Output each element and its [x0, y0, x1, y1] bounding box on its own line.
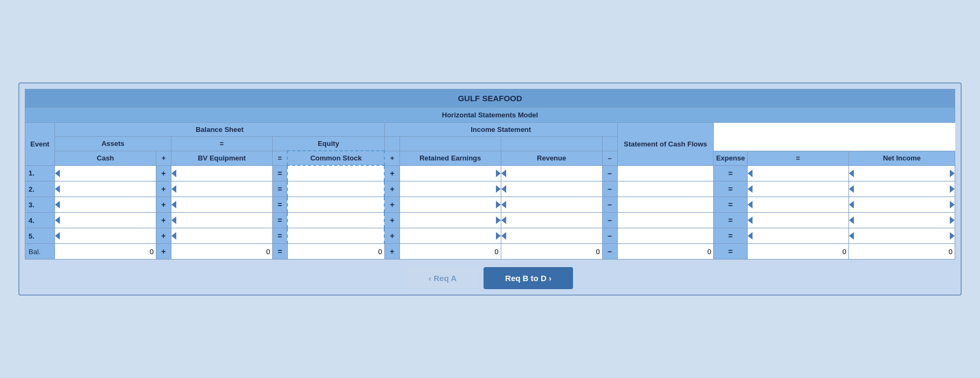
data-cell[interactable] [399, 228, 501, 244]
data-cell[interactable] [287, 228, 384, 244]
cell-input[interactable] [176, 213, 272, 228]
data-cell[interactable] [399, 197, 501, 213]
data-cell[interactable] [287, 213, 384, 228]
cell-input[interactable] [400, 166, 496, 181]
req-b-to-d-button[interactable]: Req B to D › [484, 267, 573, 289]
cell-input[interactable] [288, 213, 384, 228]
data-cell[interactable] [617, 244, 714, 260]
data-cell[interactable] [501, 181, 602, 197]
data-cell[interactable] [848, 228, 955, 244]
data-cell[interactable] [55, 197, 156, 213]
data-cell[interactable] [399, 181, 501, 197]
cell-input[interactable] [176, 228, 272, 243]
data-cell[interactable] [848, 181, 955, 197]
data-cell[interactable] [171, 228, 272, 244]
data-cell[interactable] [617, 165, 714, 181]
data-cell[interactable] [55, 213, 156, 228]
data-cell[interactable] [501, 244, 602, 260]
cell-input[interactable] [618, 228, 714, 243]
cell-input[interactable] [60, 228, 156, 243]
cell-input[interactable] [400, 244, 501, 259]
cell-input[interactable] [55, 244, 156, 259]
req-a-button[interactable]: ‹ Req A [407, 267, 478, 289]
data-cell[interactable] [617, 181, 714, 197]
cell-input[interactable] [176, 166, 272, 181]
equals-col-header: = [272, 151, 287, 165]
data-cell[interactable] [287, 244, 384, 260]
cell-input[interactable] [506, 181, 602, 197]
cell-input[interactable] [618, 213, 714, 228]
cell-input[interactable] [501, 244, 602, 259]
cell-input[interactable] [400, 228, 496, 243]
data-cell[interactable] [55, 228, 156, 244]
data-cell[interactable] [171, 165, 272, 181]
data-cell[interactable] [171, 197, 272, 213]
cell-input[interactable] [506, 228, 602, 243]
data-cell[interactable] [848, 197, 955, 213]
data-cell[interactable] [171, 181, 272, 197]
left-arrow-icon [55, 170, 60, 177]
data-cell[interactable] [287, 165, 384, 181]
cell-input[interactable] [288, 244, 384, 259]
cell-input[interactable] [618, 244, 714, 259]
data-cell[interactable] [399, 213, 501, 228]
cell-input[interactable] [288, 197, 384, 212]
cell-input[interactable] [506, 166, 602, 181]
data-cell[interactable] [501, 165, 602, 181]
cell-input[interactable] [400, 181, 496, 197]
cell-input[interactable] [400, 213, 496, 228]
cell-input[interactable] [60, 181, 156, 197]
cell-input[interactable] [288, 228, 384, 243]
cell-input[interactable] [60, 197, 156, 212]
cell-input[interactable] [753, 213, 848, 228]
data-cell[interactable] [617, 228, 714, 244]
cell-input[interactable] [854, 181, 950, 197]
data-cell[interactable] [747, 244, 848, 260]
cell-input[interactable] [618, 197, 714, 212]
data-cell[interactable] [287, 181, 384, 197]
data-cell[interactable] [501, 197, 602, 213]
data-cell[interactable] [747, 165, 848, 181]
data-cell[interactable] [848, 213, 955, 228]
data-cell[interactable] [501, 213, 602, 228]
cell-input[interactable] [506, 197, 602, 212]
cell-input[interactable] [854, 228, 950, 243]
cell-input[interactable] [753, 228, 848, 243]
data-cell[interactable] [747, 228, 848, 244]
data-cell[interactable] [287, 197, 384, 213]
cell-input[interactable] [849, 244, 955, 259]
cell-input[interactable] [753, 166, 848, 181]
cell-input[interactable] [60, 166, 156, 181]
data-cell[interactable] [617, 197, 714, 213]
data-cell[interactable] [848, 165, 955, 181]
cell-input[interactable] [854, 197, 950, 212]
data-cell[interactable] [617, 213, 714, 228]
cell-input[interactable] [176, 181, 272, 197]
data-cell[interactable] [171, 213, 272, 228]
data-cell[interactable] [848, 244, 955, 260]
data-cell[interactable] [55, 165, 156, 181]
cell-input[interactable] [176, 197, 272, 212]
data-cell[interactable] [399, 244, 501, 260]
cell-input[interactable] [60, 213, 156, 228]
cell-input[interactable] [288, 181, 384, 197]
data-cell[interactable] [747, 197, 848, 213]
data-cell[interactable] [55, 181, 156, 197]
data-cell[interactable] [55, 244, 156, 260]
cell-input[interactable] [748, 244, 848, 259]
data-cell[interactable] [747, 181, 848, 197]
cell-input[interactable] [400, 197, 496, 212]
cell-input[interactable] [753, 181, 848, 197]
cell-input[interactable] [171, 244, 272, 259]
data-cell[interactable] [501, 228, 602, 244]
cell-input[interactable] [506, 213, 602, 228]
cell-input[interactable] [618, 181, 714, 197]
cell-input[interactable] [854, 213, 950, 228]
data-cell[interactable] [171, 244, 272, 260]
cell-input[interactable] [753, 197, 848, 212]
cell-input[interactable] [618, 166, 714, 181]
cell-input[interactable] [854, 166, 950, 181]
data-cell[interactable] [747, 213, 848, 228]
data-cell[interactable] [399, 165, 501, 181]
cell-input[interactable] [288, 166, 384, 181]
